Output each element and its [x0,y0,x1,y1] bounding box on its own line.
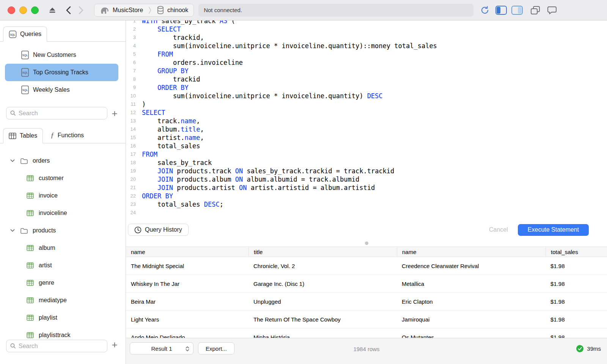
tree-table-row[interactable]: album [0,239,126,257]
sql-editor[interactable]: 1WITH sales_by_track AS (2 SELECT3 track… [126,20,607,223]
query-history-button[interactable]: Query History [128,224,189,236]
toggle-left-sidebar-button[interactable] [495,6,507,15]
code-line: 16 total_sales [126,142,607,150]
line-number: 15 [126,133,136,142]
code-line: 24 [126,209,607,217]
table-cell: Ando Meio Desligado [126,328,248,338]
table-cell: $1.98 [546,293,607,310]
table-search-row: + [0,339,126,364]
table-cell: Whiskey In The Jar [126,275,248,292]
splitter-handle[interactable] [126,236,607,246]
code-text: sum(invoiceline.unitprice * invoiceline.… [136,42,437,50]
result-selector[interactable]: Result 1 [130,342,193,355]
code-line: 17FROM [126,150,607,158]
table-icon [27,297,34,303]
back-button[interactable] [66,6,71,14]
table-cell: Garage Inc. (Disc 1) [248,275,397,292]
code-text: JOIN products.track ON sales_by_track.tr… [136,167,394,175]
close-window-button[interactable] [8,6,15,14]
tab-functions[interactable]: ƒ Functions [45,128,89,143]
svg-text:SQL: SQL [22,71,28,74]
table-search-input[interactable] [19,343,94,350]
column-header[interactable]: name [126,247,248,257]
duration-label: 39ms [587,345,601,352]
disclosure-triangle-icon[interactable] [10,159,15,162]
zoom-window-button[interactable] [31,6,39,14]
query-item[interactable]: SQL Top Grossing Tracks [5,64,118,81]
table-cell: Unplugged [248,293,397,310]
feedback-button[interactable] [547,6,557,15]
tree-table-row[interactable]: playlist [0,309,126,326]
table-row[interactable]: The Midnight SpecialChronicle, Vol. 2Cre… [126,257,607,275]
breadcrumb[interactable]: MusicStore chinook [94,4,194,17]
table-row[interactable]: Light YearsThe Return Of The Space Cowbo… [126,311,607,328]
column-header[interactable]: title [248,247,397,257]
query-item[interactable]: SQL Weekly Sales [5,81,118,99]
line-number: 5 [126,50,136,58]
queries-tab-bar: SQL Queries [0,26,126,42]
disconnect-eject-button[interactable] [49,7,56,14]
code-line: 12SELECT [126,108,607,117]
tree-table-row[interactable]: genre [0,274,126,292]
search-icon [10,343,16,349]
folder-icon [20,158,28,164]
table-cell: Metallica [397,275,546,292]
breadcrumb-database[interactable]: chinook [167,7,188,14]
tree-table-row[interactable]: invoiceline [0,204,126,222]
code-text: FROM [136,50,173,58]
table-row[interactable]: Beira MarUnpluggedEric Clapton$1.98 [126,293,607,311]
tree-row-label: invoice [39,192,58,199]
tables-tab-bar: Tables ƒ Functions [0,128,126,143]
table-row[interactable]: Ando Meio DesligadoMinha HistóriaOs Muta… [126,328,607,338]
success-check-icon [576,345,583,352]
column-header[interactable]: total_sales [546,247,607,257]
code-text: GROUP BY [136,67,189,75]
query-search-field[interactable] [6,107,107,119]
tree-schema-row[interactable]: products [0,222,126,239]
cancel-button[interactable]: Cancel [489,226,508,233]
table-cell: $1.98 [546,311,607,328]
table-row[interactable]: Whiskey In The JarGarage Inc. (Disc 1)Me… [126,275,607,293]
code-line: 20 JOIN products.album ON album.albumid … [126,175,607,184]
table-grid-icon [9,133,16,139]
line-number: 23 [126,200,136,209]
code-line: 10 sum(invoiceline.unitprice * invoiceli… [126,92,607,100]
line-number: 24 [126,209,136,217]
splitter-dot-icon [365,242,368,245]
forward-button[interactable] [79,6,83,14]
tab-queries[interactable]: SQL Queries [3,27,47,42]
query-list: SQL New Customers SQL Top Grossing Track… [0,42,126,99]
toggle-right-sidebar-button[interactable] [511,6,523,15]
breadcrumb-server[interactable]: MusicStore [113,7,143,14]
execute-statement-button[interactable]: Execute Statement [518,224,589,236]
eject-icon [49,7,56,14]
table-tree: orders customer invoice invoiceline prod… [0,143,126,344]
tree-table-row[interactable]: invoice [0,187,126,204]
tree-schema-row[interactable]: orders [0,152,126,169]
connection-status-field: Not connected. [198,4,473,17]
disclosure-triangle-icon[interactable] [10,229,15,232]
table-search-field[interactable] [6,340,107,352]
column-header[interactable]: name [397,247,546,257]
add-table-button[interactable]: + [110,340,120,350]
query-item-label: New Customers [33,52,76,58]
window-overview-button[interactable] [530,6,540,15]
query-search-input[interactable] [19,110,94,117]
tree-table-row[interactable]: mediatype [0,292,126,309]
export-button[interactable]: Export... [198,342,234,355]
sql-query-icon: SQL [21,50,29,60]
code-text: artist.name, [136,133,204,142]
tree-table-row[interactable]: artist [0,257,126,274]
line-number: 3 [126,33,136,42]
code-line: 9 ORDER BY [126,83,607,92]
tree-row-label: invoiceline [39,210,67,217]
add-query-button[interactable]: + [110,108,120,118]
refresh-button[interactable] [480,6,489,15]
results-body: The Midnight SpecialChronicle, Vol. 2Cre… [126,257,607,338]
query-item[interactable]: SQL New Customers [5,46,118,64]
minimize-window-button[interactable] [19,6,27,14]
tab-tables[interactable]: Tables [3,128,43,143]
tree-row-label: artist [39,262,52,269]
tree-table-row[interactable]: customer [0,169,126,187]
folder-icon [20,228,28,234]
